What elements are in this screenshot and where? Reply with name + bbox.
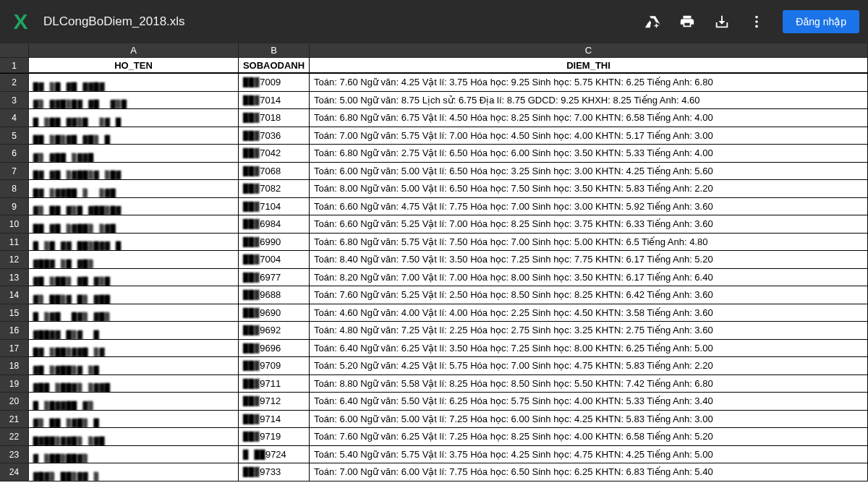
cell-sobaodanh[interactable]: ██▓7009: [239, 74, 310, 92]
row-number[interactable]: 3: [0, 92, 29, 110]
cell-diem-thi[interactable]: Toán: 8.40 Ngữ văn: 7.50 Vật lí: 3.50 Hó…: [310, 251, 868, 269]
cell-diem-thi[interactable]: Toán: 6.60 Ngữ văn: 4.75 Vật lí: 7.75 Hó…: [310, 198, 868, 216]
cell-diem-thi[interactable]: Toán: 6.40 Ngữ văn: 5.50 Vật lí: 6.25 Hó…: [310, 393, 868, 411]
cell-sobaodanh[interactable]: ██▓7082: [239, 180, 310, 198]
cell-sobaodanh[interactable]: ██▓9719: [239, 428, 310, 446]
cell-ho-ten[interactable]: █▓ ▒█ ▓█ ▓▓█▓: [29, 74, 239, 92]
cell-sobaodanh[interactable]: ██▓7014: [239, 92, 310, 110]
cell-ho-ten[interactable]: ▓█ ▒██▒ ▓█ ▓▒█: [29, 269, 239, 287]
cell-sobaodanh[interactable]: ██▓9733: [239, 463, 310, 481]
cell-ho-ten[interactable]: ▓ ▒██▒██▓▒: [29, 446, 239, 464]
cell-ho-ten[interactable]: ▓██▓▓ █▒▓ █: [29, 322, 239, 340]
cell-diem-thi[interactable]: Toán: 6.80 Ngữ văn: 5.75 Vật lí: 7.50 Hó…: [310, 234, 868, 252]
cell-diem-thi[interactable]: Toán: 6.40 Ngữ văn: 6.25 Vật lí: 3.50 Hó…: [310, 340, 868, 358]
cell-ho-ten[interactable]: ▓▒ ▓██ ▒▓▓█: [29, 145, 239, 163]
cell-diem-thi[interactable]: Toán: 8.20 Ngữ văn: 7.00 Vật lí: 7.00 Hó…: [310, 269, 868, 287]
cell-ho-ten[interactable]: ██ ▓█ ▒▓██▒ ▒▓█: [29, 215, 239, 234]
row-number[interactable]: 13: [0, 269, 29, 287]
row-number[interactable]: 12: [0, 251, 29, 269]
row-number[interactable]: 11: [0, 234, 29, 252]
cell-sobaodanh[interactable]: ██▓9709: [239, 357, 310, 375]
download-icon[interactable]: [707, 7, 736, 36]
row-number[interactable]: 19: [0, 375, 29, 393]
row-number[interactable]: 22: [0, 428, 29, 446]
cell-sobaodanh[interactable]: ██▓9696: [239, 340, 310, 358]
cell-sobaodanh[interactable]: ██▓9711: [239, 375, 310, 393]
corner-cell[interactable]: [0, 43, 29, 58]
row-number[interactable]: 18: [0, 357, 29, 375]
column-letter[interactable]: C: [310, 43, 868, 58]
cell-ho-ten[interactable]: ▓██ ▒██▓▒ ▒▓▓█: [29, 375, 239, 393]
cell-sobaodanh[interactable]: ██▓7104: [239, 198, 310, 216]
cell-ho-ten[interactable]: █▓ ▓█ ▒▓██▒▓ ▒█▓: [29, 163, 239, 181]
cell-diem-thi[interactable]: Toán: 6.80 Ngữ văn: 2.75 Vật lí: 6.50 Hó…: [310, 145, 868, 163]
row-number[interactable]: 16: [0, 322, 29, 340]
cell-diem-thi[interactable]: Toán: 7.00 Ngữ văn: 6.00 Vật lí: 7.75 Hó…: [310, 463, 868, 481]
cell-sobaodanh[interactable]: ██▓9692: [239, 322, 310, 340]
column-letter[interactable]: B: [239, 43, 310, 58]
cell-diem-thi[interactable]: Toán: 6.00 Ngữ văn: 5.00 Vật lí: 6.50 Hó…: [310, 163, 868, 181]
cell-sobaodanh[interactable]: ██▓7004: [239, 251, 310, 269]
cell-diem-thi[interactable]: Toán: 8.80 Ngữ văn: 5.58 Vật lí: 8.25 Hó…: [310, 375, 868, 393]
cell-ho-ten[interactable]: █ ▒██ ▓▓▒█ ▒▓ █: [29, 109, 239, 127]
row-number[interactable]: 1: [0, 58, 29, 73]
cell-ho-ten[interactable]: ▓█ ▒▓██▒▓ ▒█: [29, 357, 239, 375]
row-number[interactable]: 4: [0, 109, 29, 127]
cell-diem-thi[interactable]: Toán: 7.60 Ngữ văn: 5.25 Vật lí: 2.50 Hó…: [310, 286, 868, 304]
row-number[interactable]: 17: [0, 340, 29, 358]
cell-ho-ten[interactable]: ▓█▓▒ ██▒▓▓ ▒: [29, 463, 239, 481]
cell-diem-thi[interactable]: Toán: 4.80 Ngữ văn: 7.25 Vật lí: 2.25 Hó…: [310, 322, 868, 340]
cell-sobaodanh[interactable]: ██▓7042: [239, 145, 310, 163]
cell-sobaodanh[interactable]: ██▓9712: [239, 393, 310, 411]
cell-diem-thi[interactable]: Toán: 8.00 Ngữ văn: 5.00 Vật lí: 6.50 Hó…: [310, 180, 868, 198]
cell-diem-thi[interactable]: Toán: 6.80 Ngữ văn: 6.75 Vật lí: 4.50 Hó…: [310, 109, 868, 127]
cell-diem-thi[interactable]: Toán: 5.40 Ngữ văn: 5.75 Vật lí: 3.75 Hó…: [310, 446, 868, 464]
cell-ho-ten[interactable]: ▓▒ ██ ▒▓█▒ █: [29, 411, 239, 429]
cell-diem-thi[interactable]: Toán: 7.60 Ngữ văn: 4.25 Vật lí: 3.75 Hó…: [310, 74, 868, 92]
row-number[interactable]: 23: [0, 446, 29, 464]
row-number[interactable]: 9: [0, 198, 29, 216]
row-number[interactable]: 7: [0, 163, 29, 181]
cell-ho-ten[interactable]: ▓██▓ ▒█ ▓█▒: [29, 251, 239, 269]
column-header[interactable]: DIEM_THI: [310, 58, 868, 73]
cell-ho-ten[interactable]: █ ▒▓█ █▓▒ ▓█▒: [29, 304, 239, 322]
row-number[interactable]: 14: [0, 286, 29, 304]
cell-diem-thi[interactable]: Toán: 4.60 Ngữ văn: 4.00 Vật lí: 4.00 Hó…: [310, 304, 868, 322]
cell-ho-ten[interactable]: ▓▒ ██ ▓▒█ ▓██▒█▓: [29, 198, 239, 216]
cell-ho-ten[interactable]: █▓██▒▓▓█▒ ▒▓█: [29, 428, 239, 446]
row-number[interactable]: 6: [0, 145, 29, 163]
cell-ho-ten[interactable]: ▓▒ ██▒▓ █▒ ▓██: [29, 286, 239, 304]
cell-ho-ten[interactable]: █▓ ▒▓▓██ ▒ ▒▓█: [29, 180, 239, 198]
cell-diem-thi[interactable]: Toán: 6.00 Ngữ văn: 5.00 Vật lí: 7.25 Hó…: [310, 411, 868, 429]
cell-diem-thi[interactable]: Toán: 7.60 Ngữ văn: 6.25 Vật lí: 7.25 Hó…: [310, 428, 868, 446]
cell-sobaodanh[interactable]: ██▓6990: [239, 234, 310, 252]
cell-diem-thi[interactable]: Toán: 5.20 Ngữ văn: 4.25 Vật lí: 5.75 Hó…: [310, 357, 868, 375]
print-icon[interactable]: [673, 7, 702, 36]
cell-diem-thi[interactable]: Toán: 7.00 Ngữ văn: 5.75 Vật lí: 7.00 Hó…: [310, 127, 868, 145]
cell-diem-thi[interactable]: Toán: 6.60 Ngữ văn: 5.25 Vật lí: 7.00 Hó…: [310, 215, 868, 234]
cell-ho-ten[interactable]: █ ▒█ ▓▓ ██▒█▓▓ █: [29, 234, 239, 252]
column-header[interactable]: HO_TEN: [29, 58, 239, 73]
row-number[interactable]: 15: [0, 304, 29, 322]
cell-sobaodanh[interactable]: ██▓7036: [239, 127, 310, 145]
row-number[interactable]: 2: [0, 74, 29, 92]
cell-ho-ten[interactable]: █ ▒█▓▓██ ▓▒: [29, 393, 239, 411]
row-number[interactable]: 24: [0, 463, 29, 481]
cell-sobaodanh[interactable]: ██▓6977: [239, 269, 310, 287]
cell-ho-ten[interactable]: ██ ▒█▒▓█ ▓█▒ █: [29, 127, 239, 145]
row-number[interactable]: 20: [0, 393, 29, 411]
column-header[interactable]: SOBAODANH: [239, 58, 310, 73]
cell-diem-thi[interactable]: Toán: 5.00 Ngữ văn: 8.75 Lịch sử: 6.75 Đ…: [310, 92, 868, 110]
row-number[interactable]: 21: [0, 411, 29, 429]
more-icon[interactable]: [742, 7, 771, 36]
cell-sobaodanh[interactable]: ██▓9688: [239, 286, 310, 304]
cell-sobaodanh[interactable]: ██▓6984: [239, 215, 310, 234]
cell-sobaodanh[interactable]: █ ██9724: [239, 446, 310, 464]
column-letter[interactable]: A: [29, 43, 239, 58]
row-number[interactable]: 10: [0, 215, 29, 234]
cell-ho-ten[interactable]: ▓▒ ▓▓█▒█▓ ▓█ ▓▒█: [29, 92, 239, 110]
cell-ho-ten[interactable]: █▓ ▒██▒▓▓█ ▒▓: [29, 340, 239, 358]
sign-in-button[interactable]: Đăng nhập: [783, 10, 859, 33]
add-to-drive-icon[interactable]: [638, 7, 667, 36]
cell-sobaodanh[interactable]: ██▓9690: [239, 304, 310, 322]
